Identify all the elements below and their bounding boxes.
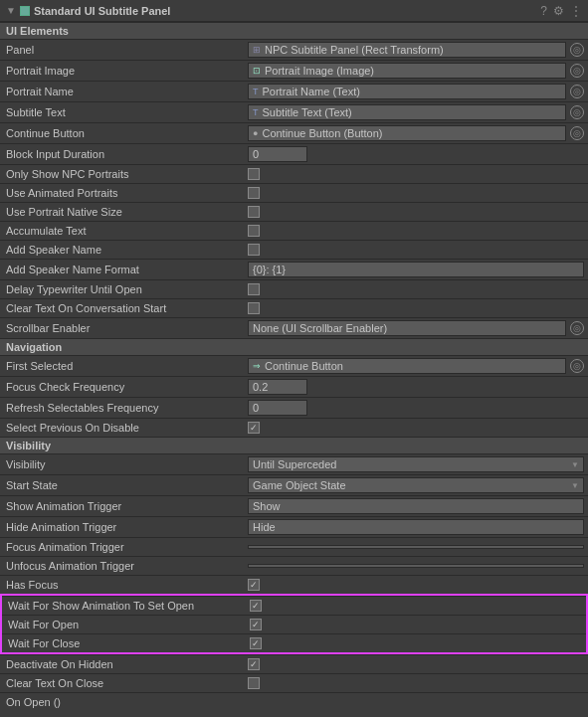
field-label-portrait-native-size: Use Portrait Native Size (0, 204, 244, 220)
focus-animation-trigger-input[interactable] (248, 545, 584, 549)
field-value-delay-typewriter[interactable] (244, 280, 588, 298)
field-value-refresh-selectables[interactable]: 0 (244, 398, 588, 418)
portrait-native-size-checkbox[interactable] (248, 206, 260, 218)
field-value-has-focus[interactable] (244, 576, 588, 594)
first-selected-target-button[interactable] (570, 359, 584, 373)
select-previous-disable-checkbox[interactable] (248, 422, 260, 434)
field-value-portrait-name[interactable]: T Portrait Name (Text) (244, 82, 588, 101)
unfocus-animation-trigger-input[interactable] (248, 564, 584, 568)
field-label-clear-text-conversation: Clear Text On Conversation Start (0, 300, 244, 316)
has-focus-checkbox[interactable] (248, 579, 260, 591)
table-row: Use Animated Portraits (0, 183, 588, 202)
field-value-only-show-npc[interactable] (244, 165, 588, 183)
help-button[interactable]: ? (540, 4, 547, 18)
deactivate-on-hidden-checkbox[interactable] (248, 658, 260, 670)
table-row: Hide Animation Trigger Hide (0, 516, 588, 537)
add-speaker-name-checkbox[interactable] (248, 244, 260, 256)
field-label-only-show-npc: Only Show NPC Portraits (0, 166, 244, 182)
clear-text-on-close-checkbox[interactable] (248, 677, 260, 689)
field-value-accumulate-text[interactable] (244, 222, 588, 240)
panel-object-field[interactable]: ⊞ NPC Subtitle Panel (Rect Transform) (248, 42, 566, 58)
field-value-speaker-name-format[interactable]: {0}: {1} (244, 260, 588, 279)
field-value-clear-text-conversation[interactable] (244, 299, 588, 317)
field-value-portrait-image[interactable]: ⊡ Portrait Image (Image) (244, 61, 588, 81)
clear-text-conversation-checkbox[interactable] (248, 302, 260, 314)
field-label-delay-typewriter: Delay Typewriter Until Open (0, 281, 244, 297)
field-label-show-animation-trigger: Show Animation Trigger (0, 498, 244, 514)
field-value-first-selected[interactable]: ⇒ Continue Button (244, 356, 588, 376)
field-value-visibility[interactable]: Until Superceded ▼ (244, 454, 588, 474)
field-value-wait-for-show-animation[interactable] (246, 597, 586, 615)
field-label-speaker-name-format: Add Speaker Name Format (0, 262, 244, 277)
speaker-name-format-input[interactable]: {0}: {1} (248, 262, 584, 277)
field-label-block-input-duration: Block Input Duration (0, 146, 244, 162)
field-value-focus-check-frequency[interactable]: 0.2 (244, 377, 588, 397)
continue-button-object-field[interactable]: ● Continue Button (Button) (248, 125, 566, 141)
field-value-wait-for-close[interactable] (246, 634, 586, 652)
field-value-portrait-native-size[interactable] (244, 203, 588, 221)
highlighted-section: Wait For Show Animation To Set Open Wait… (0, 594, 588, 654)
field-value-add-speaker-name[interactable] (244, 241, 588, 259)
field-value-focus-animation-trigger[interactable] (244, 538, 588, 556)
continue-button-target-button[interactable] (570, 126, 584, 140)
dropdown-arrow-icon: ▼ (571, 460, 579, 469)
refresh-selectables-input[interactable]: 0 (248, 400, 307, 416)
field-value-continue-button[interactable]: ● Continue Button (Button) (244, 123, 588, 143)
scrollbar-enabler-object-field[interactable]: None (UI Scrollbar Enabler) (248, 320, 566, 336)
field-label-wait-for-show-animation: Wait For Show Animation To Set Open (2, 598, 246, 614)
only-show-npc-checkbox[interactable] (248, 168, 260, 180)
field-value-use-animated-portraits[interactable] (244, 184, 588, 202)
field-value-show-animation-trigger[interactable]: Show (244, 496, 588, 516)
field-value-subtitle-text[interactable]: T Subtitle Text (Text) (244, 102, 588, 122)
field-label-add-speaker-name: Add Speaker Name (0, 242, 244, 258)
wait-for-close-checkbox[interactable] (250, 637, 262, 649)
table-row: Accumulate Text (0, 221, 588, 240)
table-row: Add Speaker Name (0, 240, 588, 259)
show-animation-trigger-input[interactable]: Show (248, 498, 584, 514)
field-label-clear-text-on-close: Clear Text On Close (0, 675, 244, 691)
wait-for-show-animation-checkbox[interactable] (250, 600, 262, 612)
menu-icon[interactable]: ⋮ (570, 4, 582, 18)
scrollbar-enabler-target-button[interactable] (570, 321, 584, 335)
field-label-wait-for-close: Wait For Close (2, 635, 246, 651)
table-row: Portrait Name T Portrait Name (Text) (0, 81, 588, 101)
portrait-image-object-field[interactable]: ⊡ Portrait Image (Image) (248, 63, 566, 79)
delay-typewriter-checkbox[interactable] (248, 283, 260, 295)
portrait-image-target-button[interactable] (570, 64, 584, 78)
field-value-wait-for-open[interactable] (246, 616, 586, 633)
wait-for-open-checkbox[interactable] (250, 619, 262, 630)
portrait-name-object-field[interactable]: T Portrait Name (Text) (248, 84, 566, 99)
field-value-start-state[interactable]: Game Object State ▼ (244, 475, 588, 495)
collapse-arrow-icon[interactable]: ▼ (6, 5, 16, 16)
field-label-subtitle-text: Subtitle Text (0, 104, 244, 120)
portrait-name-target-button[interactable] (570, 85, 584, 98)
block-input-duration-input[interactable]: 0 (248, 146, 307, 162)
settings-icon[interactable]: ⚙ (553, 4, 564, 18)
panel-target-button[interactable] (570, 43, 584, 57)
visibility-dropdown[interactable]: Until Superceded ▼ (248, 456, 584, 472)
text-icon: T (253, 87, 259, 96)
section-header-ui-elements: UI Elements (0, 22, 588, 39)
field-value-unfocus-animation-trigger[interactable] (244, 557, 588, 575)
accumulate-text-checkbox[interactable] (248, 225, 260, 237)
field-value-select-previous-disable[interactable] (244, 419, 588, 437)
field-label-start-state: Start State (0, 477, 244, 493)
focus-check-frequency-input[interactable]: 0.2 (248, 379, 307, 395)
subtitle-text-object-field[interactable]: T Subtitle Text (Text) (248, 104, 566, 120)
field-value-panel[interactable]: ⊞ NPC Subtitle Panel (Rect Transform) (244, 40, 588, 60)
field-value-scrollbar-enabler[interactable]: None (UI Scrollbar Enabler) (244, 318, 588, 338)
hide-animation-trigger-input[interactable]: Hide (248, 519, 584, 535)
field-value-block-input-duration[interactable]: 0 (244, 144, 588, 164)
field-value-deactivate-on-hidden[interactable] (244, 655, 588, 673)
table-row: Visibility Until Superceded ▼ (0, 453, 588, 474)
field-label-select-previous-disable: Select Previous On Disable (0, 420, 244, 436)
field-value-hide-animation-trigger[interactable]: Hide (244, 517, 588, 537)
field-label-has-focus: Has Focus (0, 577, 244, 593)
table-row: Focus Animation Trigger (0, 537, 588, 556)
field-label-portrait-name: Portrait Name (0, 84, 244, 99)
subtitle-text-target-button[interactable] (570, 105, 584, 119)
start-state-dropdown[interactable]: Game Object State ▼ (248, 477, 584, 493)
use-animated-portraits-checkbox[interactable] (248, 187, 260, 199)
first-selected-object-field[interactable]: ⇒ Continue Button (248, 358, 566, 374)
field-value-clear-text-on-close[interactable] (244, 674, 588, 692)
